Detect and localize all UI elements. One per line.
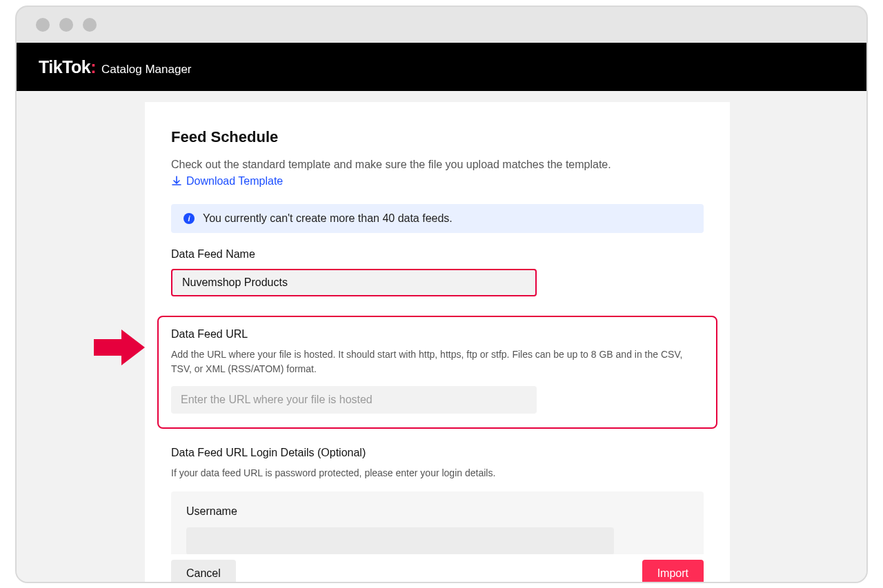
download-template-label: Download Template <box>186 175 283 187</box>
feed-name-input[interactable] <box>171 269 537 296</box>
feed-url-input[interactable] <box>171 386 537 414</box>
feed-url-helper: Add the URL where your file is hosted. I… <box>171 347 704 376</box>
brand-subtitle: Catalog Manager <box>101 63 191 77</box>
import-button[interactable]: Import <box>642 560 704 583</box>
brand: TikTok: Catalog Manager <box>39 57 192 77</box>
brand-colon: : <box>90 57 96 77</box>
window-control-close[interactable] <box>36 18 50 32</box>
page-subtitle: Check out the standard template and make… <box>171 159 704 171</box>
callout-arrow-icon <box>94 330 145 365</box>
feed-url-section: Data Feed URL Add the URL where your fil… <box>157 316 717 429</box>
brand-logo-text: TikTok: <box>39 57 96 77</box>
window-control-maximize[interactable] <box>83 18 97 32</box>
login-details-section: Data Feed URL Login Details (Optional) I… <box>171 447 704 570</box>
login-details-label: Data Feed URL Login Details (Optional) <box>171 447 704 459</box>
cancel-button[interactable]: Cancel <box>171 560 236 583</box>
browser-frame: TikTok: Catalog Manager Feed Schedule Ch… <box>15 6 868 583</box>
footer-bar: Cancel Import <box>145 554 730 583</box>
download-icon <box>171 176 182 187</box>
download-template-link[interactable]: Download Template <box>171 175 283 187</box>
info-icon: i <box>183 213 195 224</box>
feed-name-label: Data Feed Name <box>171 248 704 261</box>
feed-name-section: Data Feed Name <box>171 248 704 316</box>
page-title: Feed Schedule <box>171 128 704 146</box>
brand-name: TikTok <box>39 57 90 77</box>
window-control-minimize[interactable] <box>59 18 73 32</box>
info-banner-text: You currently can't create more than 40 … <box>203 212 453 225</box>
content-area: Feed Schedule Check out the standard tem… <box>17 91 866 582</box>
username-input[interactable] <box>186 527 614 555</box>
username-label: Username <box>186 505 688 518</box>
app-header: TikTok: Catalog Manager <box>17 43 866 91</box>
form-card: Feed Schedule Check out the standard tem… <box>145 102 730 583</box>
info-banner: i You currently can't create more than 4… <box>171 204 704 233</box>
login-details-helper: If your data feed URL is password protec… <box>171 466 704 480</box>
feed-url-label: Data Feed URL <box>171 328 704 341</box>
window-titlebar <box>17 7 866 43</box>
